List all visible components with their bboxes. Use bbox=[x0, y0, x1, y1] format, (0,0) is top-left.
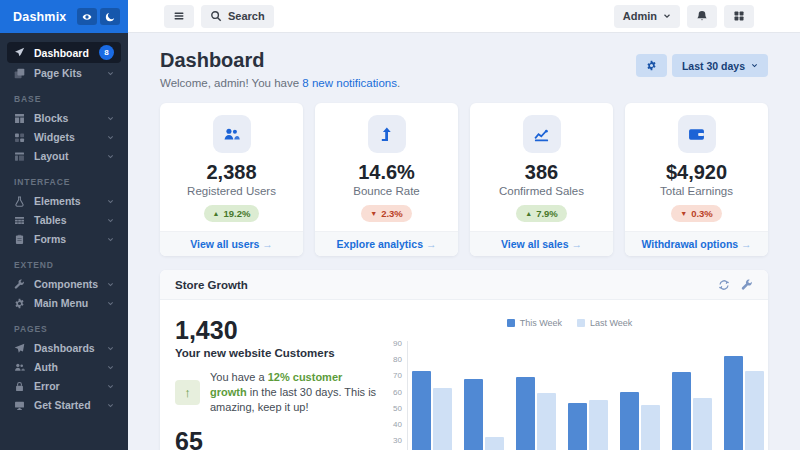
sidebar-nav: Dashboard8Page KitsBASEBlocksWidgetsLayo… bbox=[0, 33, 128, 415]
sidebar-item-label: Main Menu bbox=[34, 297, 88, 309]
stat-card-confirmed-sales: 386Confirmed Sales▲7.9%View all sales → bbox=[470, 103, 613, 256]
delta-badge: ▼0.3% bbox=[671, 205, 722, 222]
stat-label: Confirmed Sales bbox=[478, 185, 605, 197]
store-growth-body: 1,430 Your new website Customers ↑ You h… bbox=[160, 300, 768, 450]
sidebar-item-dashboard[interactable]: Dashboard8 bbox=[7, 42, 121, 63]
date-range-label: Last 30 days bbox=[682, 60, 745, 72]
bar-last-week-group-7[interactable] bbox=[745, 371, 764, 450]
search-button[interactable]: Search bbox=[201, 5, 274, 28]
delta-badge: ▲19.2% bbox=[204, 205, 260, 222]
table-icon bbox=[14, 215, 25, 226]
sidebar-item-label: Blocks bbox=[34, 112, 68, 124]
clipboard-icon bbox=[14, 234, 25, 245]
sidebar-item-components[interactable]: Components bbox=[7, 275, 121, 293]
legend-label: This Week bbox=[520, 318, 562, 328]
delta-badge: ▼2.3% bbox=[361, 205, 412, 222]
card-tools bbox=[718, 279, 753, 291]
chevron-down-icon bbox=[107, 236, 114, 243]
wrench-icon[interactable] bbox=[741, 279, 753, 291]
bar-this-week-group-5[interactable] bbox=[620, 392, 639, 450]
stat-card-action-link[interactable]: View all sales → bbox=[470, 231, 613, 256]
nav-section-heading: BASE bbox=[14, 94, 114, 104]
chevron-down-icon bbox=[107, 281, 114, 288]
bar-this-week-group-4[interactable] bbox=[568, 403, 587, 450]
sidebar-item-page-kits[interactable]: Page Kits bbox=[7, 64, 121, 82]
bar-last-week-group-2[interactable] bbox=[485, 437, 504, 450]
sidebar-item-auth[interactable]: Auth bbox=[7, 358, 121, 376]
arrow-right-icon: → bbox=[262, 238, 273, 250]
admin-menu-button[interactable]: Admin bbox=[614, 5, 680, 28]
settings-button[interactable] bbox=[636, 54, 667, 77]
bar-last-week-group-1[interactable] bbox=[433, 388, 452, 450]
chevron-down-icon bbox=[107, 198, 114, 205]
y-axis-line bbox=[407, 341, 408, 450]
chevron-down-icon bbox=[107, 217, 114, 224]
chevron-down-icon bbox=[107, 70, 114, 77]
bar-last-week-group-3[interactable] bbox=[537, 393, 556, 450]
stat-label: Bounce Rate bbox=[323, 185, 450, 197]
chart-legend: This WeekLast Week bbox=[386, 316, 753, 328]
y-axis-tick-label: 90 bbox=[386, 339, 402, 348]
bar-this-week-group-6[interactable] bbox=[672, 372, 691, 450]
chevron-down-icon bbox=[107, 153, 114, 160]
sidebar: Dashmix Dashboard8Page KitsBASEBlocksWid… bbox=[0, 0, 128, 450]
page-heading: Dashboard Welcome, admin! You have 8 new… bbox=[160, 33, 768, 89]
sidebar-toggle-button[interactable] bbox=[164, 5, 194, 28]
bar-this-week-group-3[interactable] bbox=[516, 377, 535, 450]
triangle-down-icon: ▼ bbox=[370, 210, 377, 217]
sidebar-item-label: Dashboards bbox=[34, 342, 95, 354]
widgets-icon bbox=[14, 132, 25, 143]
growth-alert-text: You have a 12% customer growth in the la… bbox=[210, 370, 380, 415]
stat-card-registered-users: 2,388Registered Users▲19.2%View all user… bbox=[160, 103, 303, 256]
stat-card-action-link[interactable]: View all users → bbox=[160, 231, 303, 256]
color-mode-toggle-button[interactable] bbox=[77, 8, 97, 25]
notifications-button[interactable] bbox=[687, 5, 717, 28]
stat-card-total-earnings: $4,920Total Earnings▼0.3%Withdrawal opti… bbox=[625, 103, 768, 256]
triangle-down-icon: ▼ bbox=[680, 210, 687, 217]
stat-value: 2,388 bbox=[168, 161, 295, 184]
sidebar-item-blocks[interactable]: Blocks bbox=[7, 109, 121, 127]
legend-item[interactable]: This Week bbox=[507, 318, 562, 328]
welcome-prefix: Welcome, admin! You have bbox=[160, 77, 302, 89]
nav-section-heading: INTERFACE bbox=[14, 177, 114, 187]
sidebar-item-tables[interactable]: Tables bbox=[7, 211, 121, 229]
paper-plane-icon bbox=[14, 343, 25, 354]
sidebar-item-main-menu[interactable]: Main Menu bbox=[7, 294, 121, 312]
sidebar-item-layout[interactable]: Layout bbox=[7, 147, 121, 165]
sidebar-item-forms[interactable]: Forms bbox=[7, 230, 121, 248]
chart-plot-area: 90807060504030 bbox=[386, 337, 753, 450]
customers-value: 1,430 bbox=[175, 316, 380, 345]
stat-card-body: 386Confirmed Sales▲7.9% bbox=[470, 103, 613, 231]
apps-button[interactable] bbox=[724, 5, 754, 28]
legend-swatch bbox=[507, 319, 515, 327]
bar-last-week-group-6[interactable] bbox=[693, 398, 712, 450]
users-group-icon bbox=[213, 115, 251, 153]
bar-last-week-group-4[interactable] bbox=[589, 400, 608, 450]
search-icon bbox=[210, 10, 222, 22]
bar-this-week-group-1[interactable] bbox=[412, 371, 431, 450]
topbar: Search Admin bbox=[128, 0, 800, 33]
sidebar-item-label: Widgets bbox=[34, 131, 75, 143]
legend-item[interactable]: Last Week bbox=[577, 318, 632, 328]
wrench-icon bbox=[14, 279, 25, 290]
chevron-down-icon bbox=[107, 364, 114, 371]
sidebar-item-elements[interactable]: Elements bbox=[7, 192, 121, 210]
dark-mode-toggle-button[interactable] bbox=[100, 8, 120, 25]
sidebar-item-error[interactable]: Error bbox=[7, 377, 121, 395]
stat-label: Registered Users bbox=[168, 185, 295, 197]
stat-card-action-link[interactable]: Explore analytics → bbox=[315, 231, 458, 256]
bar-this-week-group-7[interactable] bbox=[724, 356, 743, 450]
notifications-link[interactable]: 8 new notifications bbox=[302, 77, 397, 89]
chevron-down-icon bbox=[107, 402, 114, 409]
bar-last-week-group-5[interactable] bbox=[641, 405, 660, 450]
sidebar-item-widgets[interactable]: Widgets bbox=[7, 128, 121, 146]
stat-card-action-link[interactable]: Withdrawal options → bbox=[625, 231, 768, 256]
refresh-icon[interactable] bbox=[718, 279, 730, 291]
chevron-down-icon bbox=[107, 383, 114, 390]
y-axis-tick-label: 30 bbox=[386, 436, 402, 445]
date-range-button[interactable]: Last 30 days bbox=[672, 54, 768, 77]
bar-this-week-group-2[interactable] bbox=[464, 379, 483, 450]
arrow-right-icon: → bbox=[426, 238, 437, 250]
sidebar-item-get-started[interactable]: Get Started bbox=[7, 396, 121, 414]
sidebar-item-dashboards[interactable]: Dashboards bbox=[7, 339, 121, 357]
